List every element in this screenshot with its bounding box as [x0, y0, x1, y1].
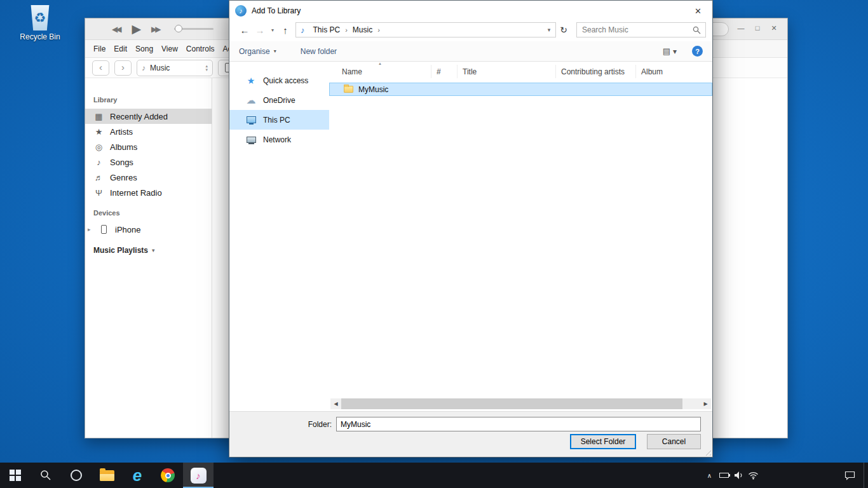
- show-desktop-button[interactable]: [864, 463, 868, 488]
- sidebar-item-genres[interactable]: ♬ Genres: [85, 170, 212, 185]
- sidebar-item-songs[interactable]: ♪ Songs: [85, 154, 212, 170]
- action-center-button[interactable]: [836, 463, 864, 488]
- nav-item-label: Quick access: [263, 76, 308, 85]
- devices-header: Devices: [85, 209, 212, 222]
- hidden-icons-chevron[interactable]: ∧: [702, 463, 717, 488]
- maximize-button[interactable]: □: [749, 20, 766, 36]
- search-input[interactable]: [577, 25, 688, 34]
- volume-knob[interactable]: [175, 25, 182, 32]
- recycle-bin-label: Recycle Bin: [17, 32, 64, 41]
- speaker-icon[interactable]: [731, 463, 746, 488]
- breadcrumb-this-pc[interactable]: This PC: [309, 25, 345, 34]
- view-dropdown-icon[interactable]: ▾: [673, 47, 677, 56]
- rewind-button[interactable]: ◀◀: [112, 25, 121, 34]
- media-kind-selector[interactable]: ♪ Music ▴ ▾: [137, 60, 213, 76]
- back-button[interactable]: ←: [237, 25, 252, 36]
- scrollbar-thumb[interactable]: [341, 398, 682, 409]
- nav-item-quick-access[interactable]: ★ Quick access: [229, 71, 329, 90]
- recycle-bin[interactable]: ♻ Recycle Bin: [17, 5, 64, 41]
- recent-locations-dropdown[interactable]: ▾: [268, 27, 278, 33]
- column-number[interactable]: #: [431, 65, 458, 78]
- nav-item-onedrive[interactable]: ☁ OneDrive: [229, 90, 329, 110]
- up-button[interactable]: ↑: [278, 25, 293, 36]
- battery-icon[interactable]: [717, 463, 731, 488]
- nav-item-this-pc[interactable]: This PC: [229, 110, 329, 130]
- dialog-close-button[interactable]: ✕: [684, 1, 712, 21]
- sidebar-item-internet-radio[interactable]: Ψ Internet Radio: [85, 185, 212, 200]
- menu-file[interactable]: File: [93, 44, 105, 53]
- scroll-right-button[interactable]: ▶: [700, 398, 711, 409]
- fast-forward-button[interactable]: ▶▶: [151, 25, 161, 34]
- chevron-right-icon[interactable]: ›: [377, 26, 381, 34]
- horizontal-scrollbar[interactable]: ◀ ▶: [330, 398, 711, 409]
- folder-icon: [100, 470, 114, 481]
- chrome-icon: [161, 468, 175, 482]
- internet-explorer-button[interactable]: e: [122, 463, 153, 488]
- column-album[interactable]: Album: [636, 65, 712, 78]
- itunes-taskbar-button[interactable]: ♪: [183, 463, 214, 488]
- column-label: Name: [342, 67, 362, 76]
- system-tray: ∧: [702, 463, 761, 488]
- expander-icon[interactable]: ▸: [88, 226, 93, 233]
- resize-grip[interactable]: [703, 448, 711, 456]
- breadcrumb-music[interactable]: Music: [348, 25, 377, 34]
- taskbar-search-button[interactable]: [31, 463, 61, 488]
- dialog-footer: Folder: Select Folder Cancel: [229, 411, 712, 457]
- column-title[interactable]: Title: [458, 65, 556, 78]
- address-dropdown-icon[interactable]: ▾: [543, 27, 555, 33]
- menu-view[interactable]: View: [161, 44, 178, 53]
- sidebar-item-label: iPhone: [115, 225, 140, 234]
- dialog-buttons: Select Folder Cancel: [570, 434, 701, 449]
- nav-item-label: Network: [263, 135, 291, 144]
- close-button[interactable]: ✕: [766, 20, 782, 36]
- windows-logo-icon: [10, 470, 21, 481]
- help-button[interactable]: ?: [692, 46, 703, 57]
- select-folder-button[interactable]: Select Folder: [570, 434, 636, 449]
- recycle-bin-icon: ♻: [29, 5, 51, 30]
- folder-name-input[interactable]: [336, 417, 701, 431]
- file-row-mymusic[interactable]: MyMusic: [329, 83, 712, 96]
- music-playlists-header[interactable]: Music Playlists ▾: [85, 237, 212, 255]
- new-folder-button[interactable]: New folder: [301, 47, 337, 56]
- column-contributing-artists[interactable]: Contributing artists: [556, 65, 636, 78]
- scrollbar-track[interactable]: [341, 398, 700, 409]
- scroll-left-button[interactable]: ◀: [330, 398, 341, 409]
- column-name[interactable]: Name: [329, 65, 431, 78]
- column-label: #: [437, 67, 441, 76]
- nav-item-label: OneDrive: [263, 96, 295, 105]
- itunes-back-button[interactable]: ‹: [92, 60, 109, 76]
- sidebar-item-artists[interactable]: ★ Artists: [85, 124, 212, 139]
- column-header-row: ▲ Name # Title Contributing artists Albu…: [329, 62, 712, 78]
- forward-button[interactable]: →: [252, 25, 268, 36]
- menu-controls[interactable]: Controls: [186, 44, 215, 53]
- address-bar[interactable]: ♪ This PC › Music › ▾: [295, 22, 556, 37]
- folder-name-row: Folder:: [229, 417, 701, 431]
- cortana-button[interactable]: [61, 463, 92, 488]
- sidebar-item-label: Artists: [110, 127, 133, 137]
- monitor-icon: [245, 116, 257, 123]
- itunes-forward-button[interactable]: ›: [114, 60, 132, 76]
- search-icon[interactable]: [688, 26, 705, 34]
- menu-song[interactable]: Song: [135, 44, 153, 53]
- sidebar-item-recently-added[interactable]: ▦ Recently Added: [85, 109, 212, 124]
- file-explorer-button[interactable]: [92, 463, 122, 488]
- start-button[interactable]: [0, 463, 31, 488]
- sidebar-item-albums[interactable]: ◎ Albums: [85, 139, 212, 154]
- chrome-button[interactable]: [153, 463, 183, 488]
- details-view-icon[interactable]: ▤: [663, 46, 670, 56]
- desktop: ♻ Recycle Bin ◀◀ ▶ ▶▶ — □ ✕ File Edit So…: [0, 0, 868, 488]
- volume-slider[interactable]: [174, 28, 214, 30]
- minimize-button[interactable]: —: [733, 20, 749, 36]
- sidebar-item-label: Songs: [110, 158, 133, 167]
- refresh-button[interactable]: ↻: [556, 22, 571, 37]
- nav-item-network[interactable]: Network: [229, 130, 329, 149]
- network-wifi-icon[interactable]: [746, 463, 761, 488]
- cancel-button[interactable]: Cancel: [647, 434, 701, 449]
- sidebar-item-iphone[interactable]: ▸ iPhone: [85, 222, 212, 237]
- itunes-window-controls: — □ ✕: [733, 20, 782, 36]
- antenna-icon: Ψ: [93, 188, 104, 198]
- menu-edit[interactable]: Edit: [114, 44, 127, 53]
- play-button[interactable]: ▶: [132, 22, 141, 36]
- folder-label: Folder:: [229, 420, 336, 429]
- organise-button[interactable]: Organise ▾: [239, 47, 276, 56]
